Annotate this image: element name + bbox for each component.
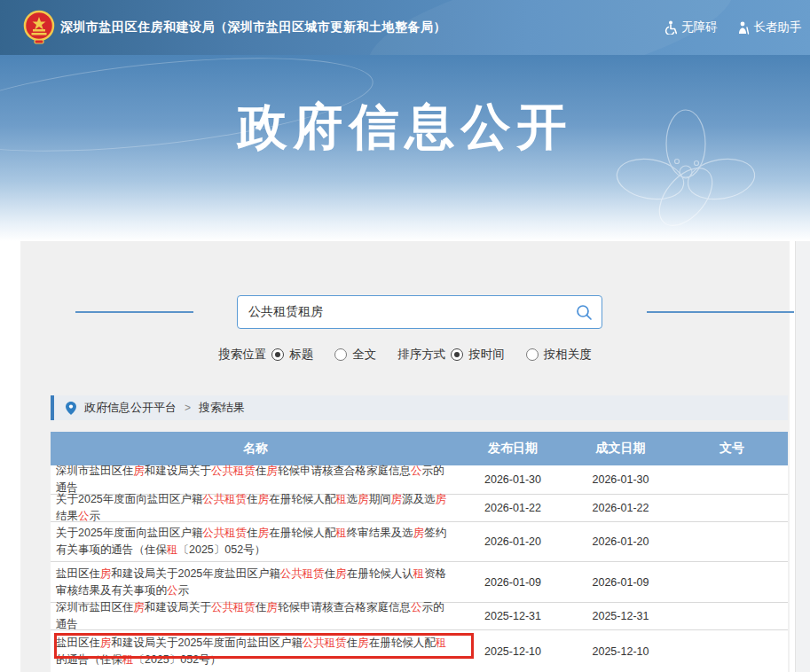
radio-title-circle[interactable] [271,348,284,361]
national-emblem-logo [21,10,57,45]
radio-by-time-circle[interactable] [451,348,463,361]
keyword-highlight: 租 [167,543,178,556]
browser-page: 深圳市盐田区住房和建设局（深圳市盐田区城市更新和土地整备局） 无障碍 长者助手 [0,0,810,672]
publish-date-cell: 2026-01-30 [460,473,565,486]
breadcrumb: 政府信息公开平台 > 搜索结果 [51,395,788,420]
radio-fulltext-label: 全文 [352,347,376,363]
breadcrumb-root[interactable]: 政府信息公开平台 [84,400,177,416]
radio-by-time[interactable]: 按时间 [451,347,505,363]
doc-title-link[interactable]: 盐田区住房和建设局关于2025年度面向盐田区户籍公共租赁住房在册轮候人配租的通告… [51,635,460,668]
keyword-highlight: 公 [78,510,90,522]
top-links: 无障碍 长者助手 收藏 [664,0,810,55]
table-row[interactable]: 深圳市盐田区住房和建设局关于公共租赁住房轮候申请核查合格家庭信息公示的通告202… [51,603,788,630]
keyword-highlight: 房 [258,493,270,505]
site-title: 深圳市盐田区住房和建设局（深圳市盐田区城市更新和土地整备局） [60,0,446,55]
written-date-cell: 2025-12-10 [565,645,676,658]
keyword-highlight: 公 [167,584,178,597]
doc-title-link[interactable]: 关于2025年度面向盐田区户籍公共租赁住房在册轮候人配租终审结果及选房签约有关事… [51,525,460,559]
keyword-highlight: 租 [413,567,425,580]
col-header-doc-number: 文号 [676,441,788,457]
publish-date-cell: 2026-01-09 [460,576,565,589]
radio-title[interactable]: 标题 [271,347,313,363]
keyword-highlight: 公共租赁 [211,465,256,477]
col-header-name: 名称 [51,441,460,457]
search-input[interactable] [238,305,566,319]
keyword-highlight: 租 [436,637,447,649]
radio-by-relevance[interactable]: 按相关度 [526,347,592,363]
breadcrumb-separator: > [185,402,191,414]
radio-title-label: 标题 [289,347,313,363]
scrollbar-track[interactable] [795,241,810,672]
location-pin-icon [66,402,76,415]
written-date-cell: 2026-01-30 [565,473,676,486]
keyword-highlight: 公共租赁 [202,493,247,505]
search-filters: 搜索位置 标题 全文 排序方式 按时间 按相关度 [0,347,810,363]
col-header-publish-date: 发布日期 [460,441,565,457]
keyword-highlight: 房 [358,493,369,505]
divider-line-right [647,311,794,313]
accessibility-icon [664,20,677,35]
keyword-highlight: 公 [411,601,422,613]
table-row[interactable]: 盐田区住房和建设局关于2025年度面向盐田区户籍公共租赁住房在册轮候人配租的通告… [51,630,788,672]
banner: 政府信息公开 [0,55,810,241]
keyword-highlight: 房 [134,601,145,613]
doc-title-link[interactable]: 关于2025年度面向盐田区户籍公共租赁住房在册轮候人配租选房期间房源及选房结果公… [51,491,460,525]
page-title: 政府信息公开 [0,94,810,161]
search-button[interactable] [566,296,602,328]
keyword-highlight: 房 [335,567,347,580]
radio-by-time-label: 按时间 [468,347,505,363]
top-bar: 深圳市盐田区住房和建设局（深圳市盐田区城市更新和土地整备局） 无障碍 长者助手 [0,0,810,55]
keyword-highlight: 租 [122,653,134,666]
keyword-highlight: 房 [413,527,425,539]
elder-icon [737,21,750,35]
keyword-highlight: 租 [335,493,347,505]
search-icon [576,304,593,321]
publish-date-cell: 2026-01-22 [460,502,565,514]
breadcrumb-current: 搜索结果 [199,400,245,416]
doc-title-link[interactable]: 盐田区住房和建设局关于2025年度盐田区户籍公共租赁住房在册轮候人认租资格审核结… [51,566,460,599]
radio-fulltext[interactable]: 全文 [334,347,376,363]
keyword-highlight: 房 [100,637,112,649]
keyword-highlight: 房 [436,493,447,505]
publish-date-cell: 2026-01-20 [460,535,565,548]
table-row[interactable]: 关于2025年度面向盐田区户籍公共租赁住房在册轮候人配租终审结果及选房签约有关事… [51,522,788,562]
keyword-highlight: 公 [411,465,422,477]
table-body: 深圳市盐田区住房和建设局关于公共租赁住房轮候申请核查合格家庭信息公示的通告202… [51,465,788,672]
keyword-highlight: 房 [258,527,270,539]
publish-date-cell: 2025-12-10 [460,645,565,658]
sort-group-label: 排序方式 [397,347,445,363]
written-date-cell: 2026-01-22 [565,502,676,514]
keyword-highlight: 房 [100,567,112,580]
keyword-highlight: 房 [267,601,279,613]
radio-by-relevance-circle[interactable] [526,348,539,361]
keyword-highlight: 公共租赁 [280,567,325,580]
accessibility-link[interactable]: 无障碍 [664,20,718,35]
keyword-highlight: 公共租赁 [202,527,247,539]
table-row[interactable]: 关于2025年度面向盐田区户籍公共租赁住房在册轮候人配租选房期间房源及选房结果公… [51,495,788,522]
keyword-highlight: 公共租赁 [211,601,256,613]
keyword-highlight: 房 [134,465,145,477]
keyword-highlight: 房 [267,465,279,477]
doc-title-link[interactable]: 深圳市盐田区住房和建设局关于公共租赁住房轮候申请核查合格家庭信息公示的通告 [51,599,460,633]
keyword-highlight: 公共租赁 [303,637,347,649]
keyword-highlight: 租 [335,527,347,539]
position-group-label: 搜索位置 [218,347,266,363]
divider-line-left [75,311,193,313]
elder-helper-link[interactable]: 长者助手 [737,20,802,35]
table-header: 名称 发布日期 成文日期 文号 [51,432,788,465]
accessibility-label: 无障碍 [681,20,718,35]
search-box [237,295,602,329]
written-date-cell: 2026-01-09 [565,576,676,589]
elder-helper-label: 长者助手 [754,20,802,35]
col-header-written-date: 成文日期 [565,441,676,457]
table-row[interactable]: 盐田区住房和建设局关于2025年度盐田区户籍公共租赁住房在册轮候人认租资格审核结… [51,562,788,603]
keyword-highlight: 房 [358,637,369,649]
radio-fulltext-circle[interactable] [334,348,347,361]
keyword-highlight: 房 [391,493,403,505]
publish-date-cell: 2025-12-31 [460,610,565,622]
radio-by-relevance-label: 按相关度 [544,347,592,363]
written-date-cell: 2026-01-20 [565,535,676,548]
written-date-cell: 2025-12-31 [565,610,676,622]
